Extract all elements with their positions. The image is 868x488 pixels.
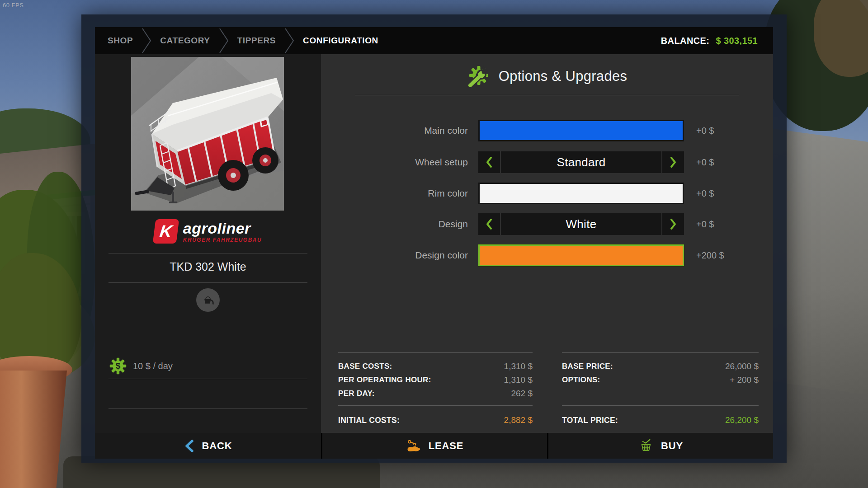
chevron-left-icon	[485, 156, 494, 168]
operating-costs: BASE COSTS: 1,310 $ PER OPERATING HOUR: …	[338, 352, 533, 428]
cost-value: + 200 $	[730, 373, 759, 387]
chevron-left-icon	[184, 439, 195, 453]
chevron-right-icon	[284, 27, 295, 54]
divider	[108, 379, 307, 379]
design-selector: White	[478, 213, 684, 235]
selector-prev-button[interactable]	[478, 151, 500, 173]
balance-value: $ 303,151	[716, 36, 758, 46]
option-price: +0 $	[696, 183, 714, 204]
option-row-design-color: Design color +200 $	[321, 244, 773, 266]
divider	[355, 95, 739, 95]
option-label: Wheel setup	[321, 151, 468, 173]
cost-label: OPTIONS:	[562, 373, 600, 387]
divider	[562, 352, 759, 353]
vehicle-image	[131, 57, 284, 211]
option-label: Rim color	[321, 183, 468, 204]
options-panel: Options & Upgrades Main color +0 $ Wheel…	[321, 54, 773, 433]
divider	[108, 282, 307, 283]
option-label: Design	[321, 213, 468, 235]
balance-label: BALANCE:	[661, 36, 710, 46]
rim-color-swatch[interactable]	[478, 183, 684, 204]
cost-label: INITIAL COSTS:	[338, 413, 400, 428]
game-screen: 60 FPS SHOP CATEGORY TIPPERS CONFIGURATI…	[0, 0, 868, 488]
cost-row: PER DAY: 262 $	[338, 387, 533, 400]
price-summary: BASE PRICE: 26,000 $ OPTIONS: + 200 $ . …	[562, 352, 759, 428]
selector-value: Standard	[501, 151, 661, 173]
paint-config-button[interactable]	[196, 288, 220, 312]
divider	[338, 405, 533, 406]
brand-subtitle: KRÜGER FAHRZEUGBAU	[183, 237, 262, 243]
cost-row: OPTIONS: + 200 $	[562, 373, 759, 387]
design-color-swatch[interactable]	[478, 244, 684, 266]
breadcrumb-shop[interactable]: SHOP	[95, 36, 137, 46]
cost-label: BASE PRICE:	[562, 360, 613, 373]
brand-letter: K	[159, 223, 173, 240]
main-color-swatch[interactable]	[478, 120, 684, 141]
selector-value: White	[501, 213, 661, 235]
option-row-main-color: Main color +0 $	[321, 120, 773, 141]
cost-label: PER DAY:	[338, 387, 375, 400]
basket-buy-icon	[638, 438, 654, 454]
cost-label: PER OPERATING HOUR:	[338, 373, 431, 387]
brand-letter-badge: K	[153, 219, 179, 244]
divider	[562, 405, 759, 406]
option-price: +0 $	[696, 120, 714, 141]
cost-value: 1,310 $	[504, 360, 533, 373]
option-price: +200 $	[696, 244, 724, 266]
total-price-value: 26,200 $	[725, 413, 759, 428]
cost-row: BASE COSTS: 1,310 $	[338, 360, 533, 373]
buy-label: BUY	[661, 440, 683, 452]
divider	[108, 253, 307, 253]
back-button[interactable]: BACK	[95, 433, 321, 459]
selector-prev-button[interactable]	[478, 213, 500, 235]
option-row-design: Design White +0 $	[321, 213, 773, 235]
vehicle-model-name: TKD 302 White	[95, 257, 321, 277]
fps-counter: 60 FPS	[3, 2, 24, 9]
options-header: Options & Upgrades	[321, 62, 773, 90]
back-label: BACK	[202, 440, 232, 452]
initial-costs-value: 2,882 $	[504, 413, 533, 428]
breadcrumb-category[interactable]: CATEGORY	[156, 36, 214, 46]
chevron-right-icon	[669, 156, 678, 168]
option-price: +0 $	[696, 213, 714, 235]
window-content: SHOP CATEGORY TIPPERS CONFIGURATION BALA…	[95, 27, 773, 459]
balance: BALANCE: $ 303,151	[661, 36, 773, 46]
cost-value: 1,310 $	[504, 373, 533, 387]
cost-row: PER OPERATING HOUR: 1,310 $	[338, 373, 533, 387]
option-row-wheel-setup: Wheel setup Standard +0 $	[321, 151, 773, 173]
vehicle-panel: K agroliner KRÜGER FAHRZEUGBAU TKD 302 W…	[95, 54, 321, 433]
lease-button[interactable]: LEASE	[322, 433, 547, 459]
chevron-right-icon	[141, 27, 152, 54]
option-price: +0 $	[696, 151, 714, 173]
shop-configuration-window: SHOP CATEGORY TIPPERS CONFIGURATION BALA…	[81, 14, 787, 463]
chevron-right-icon	[218, 27, 229, 54]
selector-next-button[interactable]	[662, 151, 684, 173]
chevron-left-icon	[485, 218, 494, 230]
brand-name: agroliner	[183, 221, 262, 236]
breadcrumb-configuration: CONFIGURATION	[298, 36, 383, 46]
option-label: Main color	[321, 120, 468, 141]
divider	[338, 352, 533, 353]
breadcrumb-tippers[interactable]: TIPPERS	[233, 36, 281, 46]
wheel-setup-selector: Standard	[478, 151, 684, 173]
footer-bar: BACK LEASE	[95, 433, 773, 459]
buy-button[interactable]: BUY	[548, 433, 773, 459]
option-label: Design color	[321, 244, 468, 266]
brand-logo: K agroliner KRÜGER FAHRZEUGBAU	[95, 217, 321, 246]
breadcrumb: SHOP CATEGORY TIPPERS CONFIGURATION BALA…	[95, 27, 773, 54]
hand-key-lease-icon	[406, 438, 421, 454]
paint-bucket-icon	[200, 292, 216, 308]
daily-cost-value: 10 $ / day	[133, 361, 173, 371]
chevron-right-icon	[669, 218, 678, 230]
flower-pot	[0, 371, 67, 488]
option-row-rim-color: Rim color +0 $	[321, 183, 773, 204]
cost-value: 262 $	[511, 387, 533, 400]
total-price-row: TOTAL PRICE: 26,200 $	[562, 413, 759, 428]
lease-label: LEASE	[429, 440, 463, 452]
svg-text:$: $	[116, 361, 121, 371]
selector-next-button[interactable]	[662, 213, 684, 235]
options-title: Options & Upgrades	[499, 68, 627, 84]
initial-costs-row: INITIAL COSTS: 2,882 $	[338, 413, 533, 428]
cost-row: BASE PRICE: 26,000 $	[562, 360, 759, 373]
gear-wrench-icon	[467, 66, 489, 87]
